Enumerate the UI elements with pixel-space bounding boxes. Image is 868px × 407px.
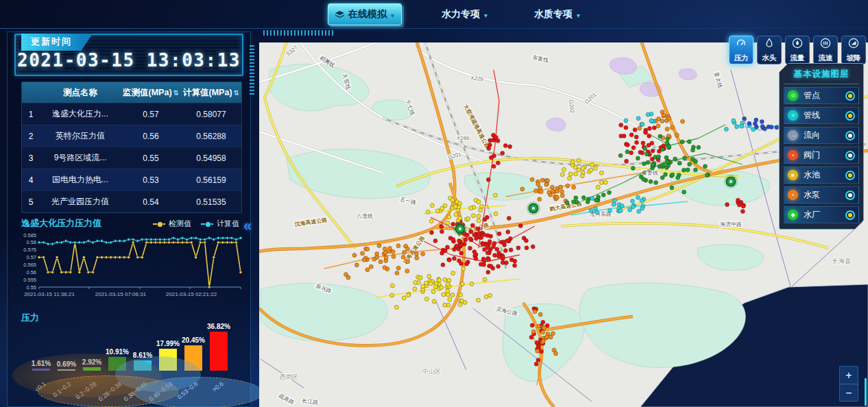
bar-value-label: 20.45% xyxy=(182,336,205,344)
table-row[interactable]: 4国电电力热电...0.530.56159 xyxy=(22,169,241,190)
layer-toggle-dot xyxy=(848,193,852,197)
map-tool-label: 流量 xyxy=(791,53,805,63)
panel-collapse-arrow[interactable]: « xyxy=(239,218,256,236)
layer-toggle[interactable] xyxy=(845,91,855,101)
layer-item[interactable]: ⊙管点 xyxy=(784,87,859,104)
map-canvas[interactable]: S327稻莠线大窑线X229十七线东黄线姜大线G201G202G201X286S… xyxy=(259,42,868,407)
svg-text:2021-03-15 07:06:31: 2021-03-15 07:06:31 xyxy=(95,291,147,297)
layer-type-icon: ⊙ xyxy=(788,90,798,101)
map-tool-label: 水头 xyxy=(762,53,777,63)
row-name: 国电电力热电... xyxy=(40,174,121,186)
nav-tab-label: 水质专项 xyxy=(534,8,572,21)
table-row[interactable]: 39号路区域流...0.550.54958 xyxy=(22,147,241,169)
row-index: 3 xyxy=(22,153,40,163)
map-tool-slope[interactable]: 坡降 xyxy=(841,36,866,64)
water-head-icon xyxy=(763,37,775,52)
layer-panel-title: 基本设施图层 xyxy=(784,66,859,84)
zoom-out-button[interactable]: − xyxy=(840,384,858,401)
layer-item[interactable]: →流向 xyxy=(784,127,859,144)
layer-toggle[interactable] xyxy=(845,131,855,140)
map-tool-flow-speed[interactable]: 流速 xyxy=(813,36,838,64)
nav-tab-1[interactable]: 在线模拟▾ xyxy=(328,3,402,25)
row-monitored-value: 0.57 xyxy=(121,110,181,119)
nav-tab-2[interactable]: 水力专项▾ xyxy=(435,4,494,25)
layer-type-icon: → xyxy=(788,130,798,140)
legend-marker xyxy=(201,223,213,225)
table-header-1: 测点名称 xyxy=(40,87,121,99)
zoom-in-button[interactable]: + xyxy=(840,367,858,384)
layer-type-icon: ■ xyxy=(788,170,798,180)
road-label: 董姜线 xyxy=(642,170,658,176)
line-chart-legend: 检测值计算值 xyxy=(153,219,239,229)
tick-strip-horizontal xyxy=(263,30,335,36)
layer-toggle-dot xyxy=(848,173,852,177)
row-monitored-value: 0.54 xyxy=(121,197,181,207)
road-label: 海滨中路 xyxy=(720,221,742,227)
layer-label: 流向 xyxy=(804,130,845,141)
nav-tab-label: 在线模拟 xyxy=(348,8,387,21)
map-zoom-control: + − xyxy=(839,366,858,402)
row-calculated-value: 0.58077 xyxy=(181,110,241,119)
layer-item[interactable]: ◆水厂 xyxy=(784,206,859,223)
svg-text:0.57: 0.57 xyxy=(26,254,36,260)
row-index: 5 xyxy=(22,197,40,207)
main-nav: 在线模拟▾水力专项▾水质专项▾ xyxy=(328,3,587,25)
facility-layer-panel: 基本设施图层 ⊙管点≈管线→流向×阀门■水池+水泵◆水厂 xyxy=(779,63,864,230)
column-label: 测点名称 xyxy=(63,88,97,97)
row-index: 1 xyxy=(22,110,40,119)
layer-item[interactable]: ×阀门 xyxy=(784,147,859,164)
layer-label: 水厂 xyxy=(804,209,845,221)
layer-toggle[interactable] xyxy=(845,190,855,200)
layer-type-icon: + xyxy=(788,190,798,200)
map-tool-water-head[interactable]: 水头 xyxy=(757,36,782,64)
map-area: S327稻莠线大窑线X229十七线东黄线姜大线G201G202G201X286S… xyxy=(259,42,868,407)
layer-item[interactable]: ≈管线 xyxy=(784,107,859,124)
map-mode-toolbar: 压力水头流量流速坡降 xyxy=(729,36,866,64)
road-label: X286 xyxy=(457,135,470,141)
map-tool-pressure-gauge[interactable]: 压力 xyxy=(729,36,754,64)
legend-item[interactable]: 计算值 xyxy=(201,219,239,229)
row-name: 逸盛大化压力... xyxy=(40,108,121,120)
table-header-row: 测点名称监测值(MPa)⇅计算值(MPa)⇅ xyxy=(22,82,241,103)
layer-toggle[interactable] xyxy=(845,171,855,180)
legend-item[interactable]: 检测值 xyxy=(153,219,191,229)
layer-item[interactable]: +水泵 xyxy=(784,186,859,204)
layer-toggle[interactable] xyxy=(845,111,855,121)
layer-toggle[interactable] xyxy=(845,210,855,220)
dashboard: 在线模拟▾水力专项▾水质专项▾ 更新时间 2021-03-15 13:03:13… xyxy=(0,0,868,407)
update-time-value: 2021-03-15 13:03:13 xyxy=(16,50,242,71)
column-label: 计算值(MPa) xyxy=(183,88,232,97)
layer-toggle-dot xyxy=(848,213,852,217)
table-row[interactable]: 1逸盛大化压力...0.570.58077 xyxy=(22,103,241,125)
road-label: 中山区 xyxy=(422,368,441,375)
layer-label: 阀门 xyxy=(804,149,845,161)
legend-marker xyxy=(153,223,165,225)
left-panel: 更新时间 2021-03-15 13:03:13 测点名称监测值(MPa)⇅计算… xyxy=(7,32,251,407)
map-tool-label: 流速 xyxy=(819,53,833,63)
layer-item[interactable]: ■水池 xyxy=(784,166,859,184)
road-label: 长海县 xyxy=(832,258,851,264)
sort-icon[interactable]: ⇅ xyxy=(234,89,239,97)
table-row[interactable]: 5光产业园压力值0.540.51535 xyxy=(22,190,241,212)
layer-toggle-dot xyxy=(848,134,852,138)
scrollbar-accent xyxy=(865,378,867,406)
layer-type-icon: ◆ xyxy=(788,210,798,220)
legend-label: 检测值 xyxy=(169,219,191,229)
table-row[interactable]: 2英特尔压力值0.560.56288 xyxy=(22,125,241,147)
sort-icon[interactable]: ⇅ xyxy=(173,89,179,97)
nav-tab-3[interactable]: 水质专项▾ xyxy=(527,4,587,25)
row-index: 2 xyxy=(22,132,40,141)
svg-text:0.55: 0.55 xyxy=(26,284,36,291)
map-tool-flow-rate[interactable]: 流量 xyxy=(785,36,810,64)
measurement-table: 测点名称监测值(MPa)⇅计算值(MPa)⇅ 1逸盛大化压力...0.570.5… xyxy=(21,82,242,213)
bar-group[interactable]: 36.82%>0.6 xyxy=(210,323,228,371)
slope-icon xyxy=(847,37,860,52)
tick-strip-vertical xyxy=(250,45,254,96)
table-header-2: 监测值(MPa)⇅ xyxy=(121,87,181,99)
table-header-3: 计算值(MPa)⇅ xyxy=(181,87,241,99)
svg-text:0.565: 0.565 xyxy=(23,262,36,268)
chevron-down-icon: ▾ xyxy=(484,12,487,19)
layer-toggle[interactable] xyxy=(845,151,855,160)
update-time-panel: 更新时间 2021-03-15 13:03:13 xyxy=(14,34,243,76)
map-tool-label: 压力 xyxy=(734,53,749,63)
